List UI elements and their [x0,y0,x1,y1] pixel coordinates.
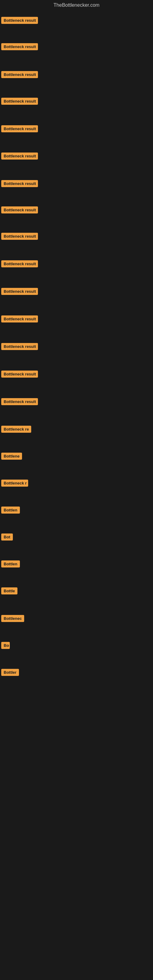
bottleneck-item-15: Bottleneck result [1,398,38,406]
bottleneck-badge-24[interactable]: Bo [1,642,10,649]
bottleneck-badge-9[interactable]: Bottleneck result [1,233,38,240]
bottleneck-badge-13[interactable]: Bottleneck result [1,343,38,350]
items-container: Bottleneck resultBottleneck resultBottle… [0,12,153,961]
bottleneck-badge-6[interactable]: Bottleneck result [1,153,38,159]
bottleneck-badge-2[interactable]: Bottleneck result [1,43,38,50]
bottleneck-badge-8[interactable]: Bottleneck result [1,207,38,213]
bottleneck-item-1: Bottleneck result [1,17,38,25]
bottleneck-item-13: Bottleneck result [1,343,38,351]
bottleneck-badge-4[interactable]: Bottleneck result [1,98,38,105]
bottleneck-badge-19[interactable]: Bottlen [1,506,20,514]
bottleneck-badge-14[interactable]: Bottleneck result [1,371,38,378]
bottleneck-item-14: Bottleneck result [1,371,38,379]
bottleneck-item-4: Bottleneck result [1,98,38,106]
bottleneck-item-8: Bottleneck result [1,207,38,215]
bottleneck-badge-22[interactable]: Bottle [1,587,18,595]
site-title: TheBottlenecker.com [0,0,153,12]
bottleneck-badge-17[interactable]: Bottlene [1,453,22,460]
bottleneck-badge-5[interactable]: Bottleneck result [1,125,38,132]
bottleneck-item-12: Bottleneck result [1,315,38,324]
bottleneck-item-16: Bottleneck re [1,426,31,434]
bottleneck-badge-15[interactable]: Bottleneck result [1,398,38,405]
bottleneck-badge-7[interactable]: Bottleneck result [1,180,38,187]
bottleneck-badge-1[interactable]: Bottleneck result [1,17,38,24]
bottleneck-item-11: Bottleneck result [1,288,38,296]
bottleneck-badge-18[interactable]: Bottleneck r [1,480,28,487]
bottleneck-item-5: Bottleneck result [1,125,38,134]
bottleneck-badge-23[interactable]: Bottlenec [1,615,24,622]
bottleneck-item-19: Bottlen [1,506,20,515]
bottleneck-badge-12[interactable]: Bottleneck result [1,315,38,323]
bottleneck-item-2: Bottleneck result [1,43,38,51]
bottleneck-item-25: Bottler [1,669,19,677]
page-wrapper: TheBottlenecker.com Bottleneck resultBot… [0,0,153,980]
bottleneck-badge-25[interactable]: Bottler [1,669,19,676]
bottleneck-item-22: Bottle [1,587,18,596]
bottleneck-item-24: Bo [1,642,10,650]
bottleneck-item-21: Bottlen [1,560,20,569]
bottleneck-item-9: Bottleneck result [1,233,38,241]
bottleneck-item-17: Bottlene [1,453,22,461]
bottleneck-item-20: Bot [1,533,13,542]
bottleneck-item-6: Bottleneck result [1,153,38,161]
bottleneck-item-18: Bottleneck r [1,480,28,488]
bottleneck-badge-20[interactable]: Bot [1,533,13,541]
bottleneck-badge-10[interactable]: Bottleneck result [1,260,38,267]
bottleneck-item-3: Bottleneck result [1,71,38,79]
bottleneck-badge-16[interactable]: Bottleneck re [1,426,31,433]
bottleneck-item-7: Bottleneck result [1,180,38,188]
bottleneck-badge-3[interactable]: Bottleneck result [1,71,38,78]
bottleneck-item-23: Bottlenec [1,615,24,623]
bottleneck-badge-21[interactable]: Bottlen [1,560,20,568]
bottleneck-item-10: Bottleneck result [1,260,38,269]
bottleneck-badge-11[interactable]: Bottleneck result [1,288,38,295]
